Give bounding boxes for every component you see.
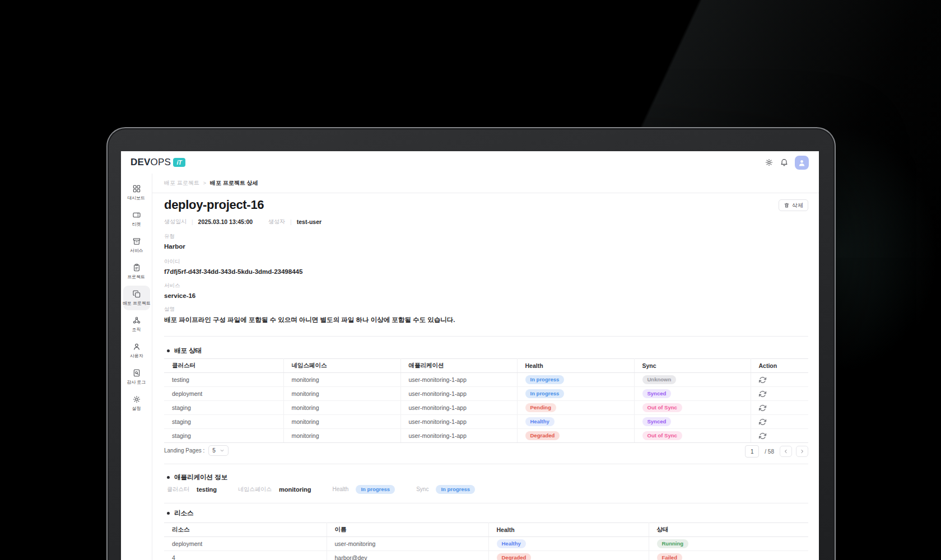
- status-badge: In progress: [525, 375, 565, 384]
- refresh-icon: [759, 376, 766, 384]
- sidebar-item-label: 사용자: [130, 353, 143, 359]
- app-info-item: HealthIn progress: [333, 485, 395, 494]
- cell-text: monitoring: [292, 418, 319, 425]
- section-divider: [164, 503, 808, 503]
- cell-text: monitoring: [292, 404, 319, 411]
- status-badge: Running: [657, 539, 689, 548]
- sidebar-item-settings[interactable]: 설정: [123, 391, 150, 416]
- sidebar-item-projects[interactable]: 프로젝트: [123, 259, 150, 284]
- cell-text: 4: [172, 554, 175, 560]
- sidebar-item-label: 프로젝트: [128, 274, 146, 280]
- table-row: stagingmonitoringuser-monitoring-1-appPe…: [164, 401, 808, 415]
- field-value: 배포 파이프라인 구성 파일에 포함될 수 있으며 아니면 별도의 파일 하나 …: [164, 316, 455, 324]
- notification-bell-icon[interactable]: [780, 158, 789, 167]
- app-info-value: monitoring: [279, 486, 311, 493]
- sidebar: 대시보드 티켓 서비스 프로젝트 배포 프로젝트 조직 사용자 감사 로그 설정: [121, 174, 152, 560]
- refresh-icon: [759, 390, 766, 398]
- cell-text: testing: [172, 376, 189, 383]
- sidebar-item-label: 대시보드: [128, 195, 146, 201]
- field-value: Harbor: [164, 243, 185, 250]
- sync-refresh-button[interactable]: [759, 418, 766, 426]
- chevron-down-icon: [220, 448, 225, 453]
- project-clipboard-icon: [132, 263, 141, 272]
- sidebar-item-tickets[interactable]: 티켓: [123, 207, 150, 231]
- pager: 1 / 58: [745, 445, 808, 458]
- cell-text: staging: [172, 404, 191, 411]
- settings-gear-icon: [132, 395, 141, 404]
- table-row: testingmonitoringuser-monitoring-1-appIn…: [164, 373, 808, 387]
- prev-page-button[interactable]: [780, 446, 792, 457]
- breadcrumb: 배포 프로젝트 > 배포 프로젝트 상세: [152, 174, 819, 193]
- cell-text: monitoring: [292, 432, 319, 439]
- sidebar-item-deploy-projects[interactable]: 배포 프로젝트: [123, 286, 150, 310]
- page-size-select[interactable]: 5: [208, 445, 229, 456]
- table-row: 4harbor@devDegradedFailed: [164, 551, 808, 560]
- section-title-text: 애플리케이션 정보: [174, 473, 227, 482]
- breadcrumb-current: 배포 프로젝트 상세: [210, 179, 258, 187]
- sidebar-item-label: 서비스: [130, 248, 143, 254]
- refresh-icon: [759, 432, 766, 440]
- cell-text: deployment: [172, 390, 202, 397]
- cell-text: monitoring: [292, 376, 319, 383]
- delete-button[interactable]: 삭제: [779, 199, 808, 211]
- status-badge: In progress: [525, 389, 565, 398]
- column-header: Action: [751, 359, 808, 373]
- cell-text: user-monitoring: [335, 540, 376, 547]
- status-badge: Unknown: [642, 375, 677, 384]
- total-pages-label: / 58: [765, 449, 774, 455]
- main-area: 배포 프로젝트 > 배포 프로젝트 상세 deploy-project-16 삭…: [152, 174, 819, 560]
- sidebar-item-label: 티켓: [132, 221, 141, 227]
- status-badge: Degraded: [497, 553, 532, 560]
- user-icon: [132, 342, 141, 351]
- deploy-status-table: 클러스터네임스페이스애플리케이션HealthSyncActiontestingm…: [164, 358, 808, 443]
- status-badge: Healthy: [525, 417, 555, 426]
- column-header: 상태: [649, 523, 808, 537]
- sync-refresh-button[interactable]: [759, 432, 766, 440]
- sidebar-item-organization[interactable]: 조직: [123, 312, 150, 337]
- bullet-icon: [167, 476, 170, 479]
- user-avatar[interactable]: [795, 156, 809, 170]
- sidebar-item-dashboard[interactable]: 대시보드: [123, 180, 150, 205]
- sync-refresh-button[interactable]: [759, 376, 766, 384]
- current-page-input[interactable]: 1: [745, 445, 759, 458]
- chevron-right-icon: [799, 449, 805, 454]
- sidebar-item-services[interactable]: 서비스: [123, 233, 150, 258]
- laptop-frame: DEVOPS iT 대시보드 티켓 서비스 프로젝트: [106, 127, 836, 560]
- column-header: Health: [517, 359, 634, 373]
- sidebar-item-label: 감사 로그: [127, 379, 146, 385]
- bullet-icon: [167, 512, 170, 515]
- sidebar-item-users[interactable]: 사용자: [123, 338, 150, 363]
- app-info-label: 클러스터: [167, 486, 189, 493]
- column-header: Health: [488, 523, 649, 537]
- sidebar-item-audit-log[interactable]: 감사 로그: [123, 365, 150, 389]
- sidebar-item-label: 배포 프로젝트: [123, 300, 151, 306]
- ticket-icon: [132, 211, 141, 220]
- sync-refresh-button[interactable]: [759, 404, 766, 412]
- app-info-label: 네임스페이스: [238, 486, 272, 493]
- next-page-button[interactable]: [796, 446, 808, 457]
- app-window: DEVOPS iT 대시보드 티켓 서비스 프로젝트: [121, 151, 819, 560]
- table-header-row: 클러스터네임스페이스애플리케이션HealthSyncAction: [164, 359, 808, 373]
- settings-gear-icon[interactable]: [765, 158, 774, 167]
- section-divider: [164, 336, 808, 337]
- sync-refresh-button[interactable]: [759, 390, 766, 398]
- background: DEVOPS iT 대시보드 티켓 서비스 프로젝트: [0, 0, 941, 560]
- app-logo[interactable]: DEVOPS iT: [131, 157, 185, 168]
- header-actions: [765, 151, 809, 174]
- field-value: f7dfj5rf-d43f-34dd-343d-5kdu-3dmd-234984…: [164, 268, 302, 275]
- logo-text-bold: DEV: [131, 157, 151, 168]
- meta-divider: |: [192, 219, 193, 225]
- meta-value: 2025.03.10 13:45:00: [198, 218, 253, 225]
- cell-text: user-monitoring-1-app: [409, 418, 467, 425]
- section-title-text: 배포 상태: [174, 347, 202, 355]
- status-badge: Synced: [642, 389, 672, 398]
- deploy-copy-icon: [132, 290, 141, 298]
- breadcrumb-parent[interactable]: 배포 프로젝트: [164, 179, 199, 187]
- status-badge: Healthy: [497, 539, 526, 548]
- page-size-value: 5: [212, 447, 216, 454]
- status-badge: Failed: [657, 553, 682, 560]
- app-info-label: Sync: [416, 486, 428, 492]
- app-info-value: testing: [197, 486, 217, 493]
- bullet-icon: [167, 349, 170, 352]
- app-info-row: 클러스터testing네임스페이스monitoringHealthIn prog…: [167, 485, 475, 494]
